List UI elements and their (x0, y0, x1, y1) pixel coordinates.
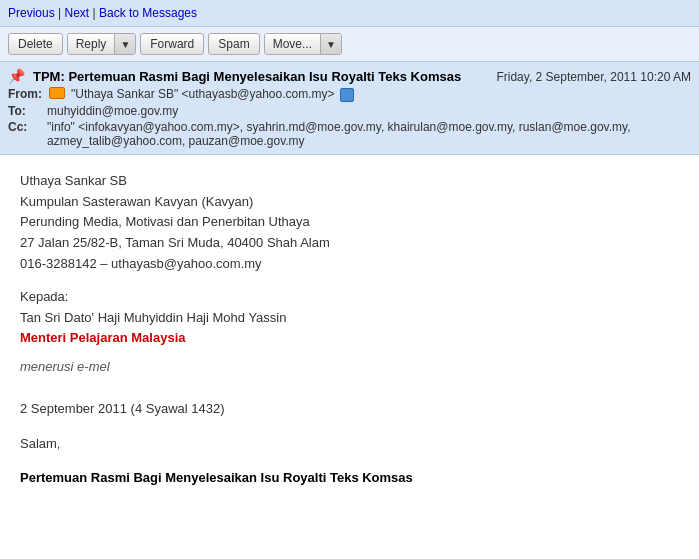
salutation-text: Salam, (20, 434, 679, 455)
cc-row: Cc: "info" <infokavyan@yahoo.com.my>, sy… (8, 120, 691, 148)
email-date: Friday, 2 September, 2011 10:20 AM (496, 70, 691, 84)
from-email: <uthayasb@yahoo.com.my> (182, 87, 335, 101)
reply-split-button[interactable]: Reply ▼ (67, 33, 137, 55)
from-label: From: (8, 87, 43, 101)
recipient-block: Kepada: Tan Sri Dato' Haji Muhyiddin Haj… (20, 287, 679, 349)
email-body: Uthaya Sankar SB Kumpulan Sasterawan Kav… (0, 155, 699, 505)
sender-contact: 016-3288142 – uthayasb@yahoo.com.my (20, 254, 679, 275)
kepada-label: Kepada: (20, 287, 679, 308)
sender-block: Uthaya Sankar SB Kumpulan Sasterawan Kav… (20, 171, 679, 275)
next-link[interactable]: Next (64, 6, 89, 20)
email-header: 📌 TPM: Pertemuan Rasmi Bagi Menyelesaika… (0, 62, 699, 155)
top-nav: Previous | Next | Back to Messages (0, 0, 699, 27)
sender-name: Uthaya Sankar SB (20, 171, 679, 192)
delete-button[interactable]: Delete (8, 33, 63, 55)
via-label: menerusi e-mel (20, 357, 679, 378)
forward-button[interactable]: Forward (140, 33, 204, 55)
from-value: "Uthaya Sankar SB" <uthayasb@yahoo.com.m… (71, 87, 691, 102)
reply-dropdown-arrow[interactable]: ▼ (114, 34, 135, 54)
spam-button[interactable]: Spam (208, 33, 259, 55)
from-name: "Uthaya Sankar SB" (71, 87, 178, 101)
cc-label: Cc: (8, 120, 43, 134)
to-value: muhyiddin@moe.gov.my (47, 104, 691, 118)
back-to-messages-link[interactable]: Back to Messages (99, 6, 197, 20)
recipient-name: Tan Sri Dato' Haji Muhyiddin Haji Mohd Y… (20, 308, 679, 329)
move-dropdown-arrow[interactable]: ▼ (320, 34, 341, 54)
to-row: To: muhyiddin@moe.gov.my (8, 104, 691, 118)
letter-date: 2 September 2011 (4 Syawal 1432) (20, 399, 679, 420)
mail-icon (49, 87, 65, 99)
move-button[interactable]: Move... (265, 34, 320, 54)
email-subject: TPM: Pertemuan Rasmi Bagi Menyelesaikan … (33, 69, 488, 84)
letter-heading: Pertemuan Rasmi Bagi Menyelesaikan Isu R… (20, 468, 679, 489)
sender-title: Perunding Media, Motivasi dan Penerbitan… (20, 212, 679, 233)
pushpin-icon: 📌 (8, 68, 25, 84)
sender-address: 27 Jalan 25/82-B, Taman Sri Muda, 40400 … (20, 233, 679, 254)
addr-book-icon (340, 88, 354, 102)
recipient-title: Menteri Pelajaran Malaysia (20, 328, 679, 349)
reply-button[interactable]: Reply (68, 34, 115, 54)
move-split-button[interactable]: Move... ▼ (264, 33, 342, 55)
subject-line: 📌 TPM: Pertemuan Rasmi Bagi Menyelesaika… (8, 68, 691, 84)
toolbar: Delete Reply ▼ Forward Spam Move... ▼ (0, 27, 699, 62)
to-label: To: (8, 104, 43, 118)
cc-value: "info" <infokavyan@yahoo.com.my>, syahri… (47, 120, 691, 148)
previous-link[interactable]: Previous (8, 6, 55, 20)
salutation: Salam, (20, 434, 679, 455)
sender-org: Kumpulan Sasterawan Kavyan (Kavyan) (20, 192, 679, 213)
from-row: From: "Uthaya Sankar SB" <uthayasb@yahoo… (8, 87, 691, 102)
date-line-block: menerusi e-mel 2 September 2011 (4 Syawa… (20, 357, 679, 419)
